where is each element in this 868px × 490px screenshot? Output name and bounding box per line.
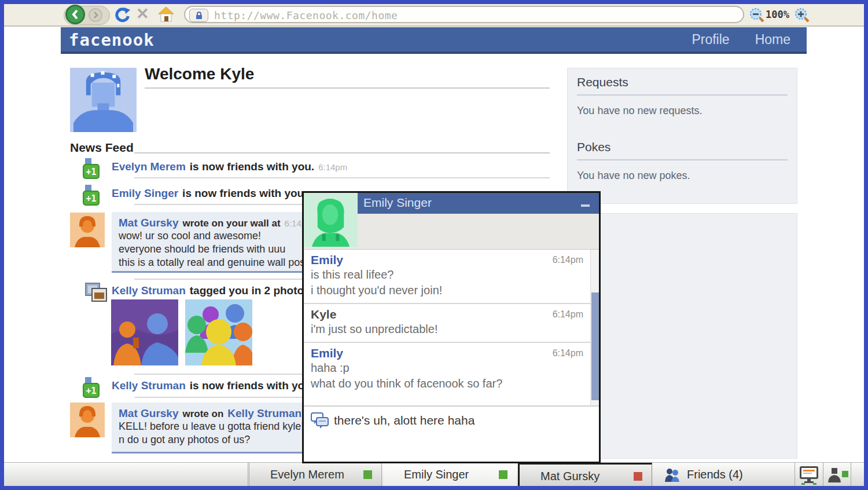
chat-window: Emily Singer 6:14pmEmily is this real li… xyxy=(302,191,601,463)
profile-link[interactable]: Evelyn Merem xyxy=(112,160,186,173)
chat-input-area[interactable]: there's uh, alott here haha xyxy=(304,405,599,462)
news-feed-heading: News Feed xyxy=(70,141,134,155)
chat-message: 6:14pmEmily is this real lifee? i though… xyxy=(304,250,590,303)
requests-heading: Requests xyxy=(577,75,788,89)
emily-avatar xyxy=(304,193,358,247)
person-status-icon xyxy=(826,467,848,482)
home-icon xyxy=(158,6,174,23)
timestamp: 6:14pm xyxy=(318,162,347,172)
stop-button[interactable]: ✕ xyxy=(136,5,149,23)
nav-link-profile[interactable]: Profile xyxy=(692,32,729,47)
forward-button[interactable] xyxy=(89,8,102,22)
friend-add-icon: +1 xyxy=(82,376,104,400)
minimize-icon[interactable] xyxy=(581,204,590,207)
mat-avatar xyxy=(70,403,105,440)
refresh-button[interactable] xyxy=(114,6,130,25)
empty-panel xyxy=(567,213,797,459)
chat-tab-emily[interactable]: Emily Singer xyxy=(383,463,517,487)
friend-add-icon: +1 xyxy=(82,184,104,208)
facenook-navbar: facenook Profile Home xyxy=(61,27,807,54)
home-button[interactable] xyxy=(158,6,174,25)
chat-tab-evelyn[interactable]: Evelyn Merem xyxy=(249,463,382,487)
chat-title: Emily Singer xyxy=(363,196,432,210)
timestamp: 6:14pm xyxy=(553,309,583,320)
kyle-avatar-image xyxy=(70,68,137,132)
profile-link[interactable]: Mat Gursky xyxy=(119,217,178,229)
browser-toolbar: ✕ http://www.Facenook.com/home xyxy=(4,4,864,27)
facenook-logo[interactable]: facenook xyxy=(69,30,155,50)
nav-link-home[interactable]: Home xyxy=(755,32,790,47)
divider xyxy=(795,463,795,487)
divider xyxy=(577,159,788,160)
chat-messages: 6:14pmEmily is this real lifee? i though… xyxy=(304,250,590,405)
game-screen: ✕ http://www.Facenook.com/home xyxy=(0,0,868,490)
divider xyxy=(134,177,550,178)
chevron-right-icon xyxy=(92,11,99,19)
pokes-empty-text: You have no new pokes. xyxy=(577,170,788,182)
divider xyxy=(823,463,823,487)
lock-icon xyxy=(195,11,203,20)
tagged-photo-2[interactable] xyxy=(185,299,252,368)
chat-input-text[interactable]: there's uh, alott here haha xyxy=(334,414,475,427)
friend-add-icon: +1 xyxy=(82,157,104,181)
tagged-photo-1[interactable] xyxy=(111,299,178,368)
chevron-left-icon xyxy=(71,9,79,20)
taskbar: Evelyn Merem Emily Singer Mat Gursky Fri… xyxy=(4,462,864,487)
zoom-out-icon xyxy=(749,8,764,23)
feed-item: Evelyn Meremis now friends with you.6:14… xyxy=(112,160,347,173)
online-status-indicator xyxy=(499,470,507,479)
friends-icon xyxy=(664,467,681,485)
requests-panel: Requests You have no new requests. Pokes… xyxy=(567,68,797,204)
computer-button[interactable] xyxy=(796,463,822,487)
svg-text:+1: +1 xyxy=(86,193,96,204)
pokes-heading: Pokes xyxy=(577,140,788,154)
chat-message: 6:14pmKyle i'm just so unpredictable! xyxy=(304,304,590,342)
requests-empty-text: You have no new requests. xyxy=(577,105,788,117)
back-button[interactable] xyxy=(65,5,85,24)
profile-link[interactable]: Kelly Struman xyxy=(227,407,301,419)
friends-button[interactable]: Friends (4) xyxy=(653,463,795,487)
chat-bubbles-icon xyxy=(311,412,329,432)
chat-message: 6:14pmEmily haha :p what do you think of… xyxy=(304,343,590,396)
svg-text:+1: +1 xyxy=(86,167,96,177)
divider xyxy=(851,463,851,487)
url-text[interactable]: http://www.Facenook.com/home xyxy=(214,9,398,21)
my-status-button[interactable] xyxy=(824,463,851,487)
profile-link[interactable]: Mat Gursky xyxy=(119,407,178,419)
url-bar[interactable]: http://www.Facenook.com/home xyxy=(184,6,744,23)
zoom-in-button[interactable] xyxy=(795,8,810,25)
divider xyxy=(577,94,788,96)
online-status-indicator xyxy=(363,470,372,479)
divider xyxy=(248,463,248,487)
svg-text:+1: +1 xyxy=(86,386,96,396)
busy-status-indicator xyxy=(634,472,642,481)
page-title: Welcome Kyle xyxy=(145,65,254,83)
zoom-out-button[interactable] xyxy=(749,8,764,25)
mat-avatar xyxy=(70,213,105,250)
chat-scrollbar[interactable] xyxy=(590,250,599,405)
zoom-in-icon xyxy=(795,8,810,23)
timestamp: 6:14pm xyxy=(553,255,583,265)
timestamp: 6:14pm xyxy=(553,348,583,359)
divider xyxy=(134,152,550,153)
site-identity-button[interactable] xyxy=(189,9,208,22)
profile-link[interactable]: Emily Singer xyxy=(112,187,178,199)
profile-link[interactable]: Kelly Struman xyxy=(112,284,186,297)
chat-tab-mat[interactable]: Mat Gursky xyxy=(518,463,652,487)
refresh-icon xyxy=(114,6,130,23)
zoom-level: 100% xyxy=(766,9,789,20)
divider xyxy=(145,87,550,89)
scrollbar-thumb[interactable] xyxy=(591,292,599,400)
monitor-icon xyxy=(799,465,819,485)
profile-avatar xyxy=(70,68,137,134)
photos-icon xyxy=(84,283,108,305)
profile-link[interactable]: Kelly Struman xyxy=(112,379,186,392)
